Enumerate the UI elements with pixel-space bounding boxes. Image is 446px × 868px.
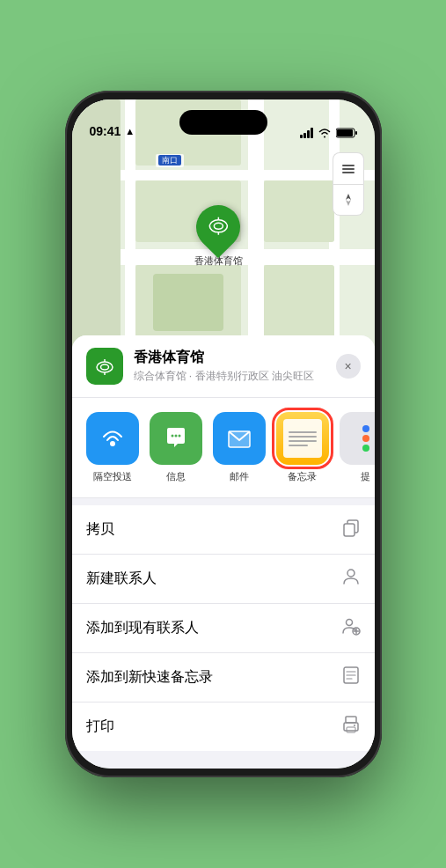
signal-bar-3 (307, 130, 310, 138)
add-note-label: 添加到新快速备忘录 (86, 668, 213, 687)
svg-point-14 (110, 441, 115, 446)
pin-stadium-icon (207, 214, 230, 241)
action-print[interactable]: 打印 (72, 702, 375, 751)
venue-name: 香港体育馆 (134, 349, 325, 367)
map-btn-group (333, 152, 364, 216)
label-badge: 南口 (158, 155, 181, 166)
map-label-south: 南口 (156, 154, 184, 167)
svg-rect-5 (342, 172, 355, 173)
action-add-note[interactable]: 添加到新快速备忘录 (72, 653, 375, 702)
pin-circle (187, 196, 250, 259)
svg-point-34 (354, 725, 355, 726)
venue-icon (86, 348, 123, 385)
person-add-icon (341, 616, 361, 640)
svg-point-22 (347, 570, 355, 577)
notes-label: 备忘录 (288, 470, 317, 483)
person-svg (341, 567, 361, 586)
print-svg (341, 715, 361, 734)
close-label: × (344, 359, 351, 373)
venue-info: 香港体育馆 综合体育馆 · 香港特别行政区 油尖旺区 (134, 349, 325, 384)
svg-point-16 (174, 435, 177, 438)
location-icon: ▲ (125, 126, 135, 136)
add-contact-label: 添加到现有联系人 (86, 619, 199, 637)
svg-rect-3 (342, 165, 355, 166)
wifi-icon (318, 128, 332, 138)
svg-point-10 (97, 362, 113, 372)
compass-icon (340, 192, 356, 208)
phone-frame: 09:41 ▲ (65, 91, 382, 777)
svg-point-23 (346, 620, 352, 626)
signal-icon (300, 128, 313, 138)
map-block-3 (264, 265, 334, 340)
map-block-stadium (135, 265, 241, 340)
signal-bar-2 (303, 133, 306, 138)
airdrop-label: 隔空投送 (93, 470, 132, 483)
close-button[interactable]: × (336, 354, 361, 379)
svg-rect-2 (355, 131, 357, 135)
notes-icon-wrap (276, 412, 329, 465)
signal-bar-4 (311, 128, 313, 138)
mail-icon (225, 424, 253, 452)
share-item-messages[interactable]: 信息 (150, 412, 202, 483)
messages-label: 信息 (166, 470, 186, 483)
phone-screen: 09:41 ▲ (72, 99, 375, 769)
dynamic-island (179, 110, 267, 135)
airdrop-icon (99, 424, 127, 452)
venue-header: 香港体育馆 综合体育馆 · 香港特别行政区 油尖旺区 × (72, 335, 375, 398)
share-item-more[interactable]: 提 (340, 412, 375, 483)
action-add-contact[interactable]: 添加到现有联系人 (72, 604, 375, 653)
location-pin: 香港体育馆 (194, 205, 243, 268)
svg-point-6 (209, 220, 227, 232)
share-item-airdrop[interactable]: 隔空投送 (86, 412, 139, 483)
messages-icon (162, 424, 190, 452)
airdrop-icon-wrap (86, 412, 139, 465)
svg-point-17 (178, 435, 180, 438)
status-time: 09:41 ▲ (90, 124, 135, 138)
copy-icon (341, 518, 361, 541)
svg-point-15 (171, 435, 173, 438)
svg-rect-31 (346, 717, 356, 723)
venue-stadium-icon (94, 356, 115, 377)
svg-rect-21 (344, 524, 355, 536)
person-add-svg (341, 616, 361, 636)
note-svg (341, 666, 361, 685)
copy-label: 拷贝 (86, 520, 114, 539)
new-contact-label: 新建联系人 (86, 570, 157, 588)
share-item-notes[interactable]: 备忘录 (276, 412, 329, 483)
note-icon (341, 666, 361, 689)
layers-icon (340, 161, 356, 177)
status-icons (300, 128, 357, 138)
action-new-contact[interactable]: 新建联系人 (72, 555, 375, 604)
svg-rect-4 (342, 168, 355, 170)
time-display: 09:41 (90, 124, 121, 138)
mail-label: 邮件 (230, 470, 249, 483)
stadium-svg (207, 214, 230, 237)
bottom-sheet: 香港体育馆 综合体育馆 · 香港特别行政区 油尖旺区 × (72, 335, 375, 769)
svg-point-11 (100, 364, 108, 370)
venue-description: 综合体育馆 · 香港特别行政区 油尖旺区 (134, 369, 325, 384)
messages-icon-wrap (150, 412, 202, 465)
share-item-mail[interactable]: 邮件 (213, 412, 266, 483)
svg-rect-33 (347, 727, 355, 732)
battery-icon (336, 128, 357, 138)
action-copy[interactable]: 拷贝 (72, 505, 375, 555)
layers-button[interactable] (333, 152, 364, 184)
more-icon-wrap (340, 412, 375, 465)
more-label: 提 (361, 470, 370, 483)
copy-svg (341, 518, 361, 537)
svg-rect-1 (337, 129, 353, 136)
map-block-2 (264, 180, 334, 242)
stadium-inner (153, 274, 223, 331)
signal-bar-1 (300, 135, 303, 138)
person-icon (341, 567, 361, 591)
print-label: 打印 (86, 717, 114, 736)
svg-point-7 (214, 223, 223, 229)
location-button[interactable] (333, 184, 364, 216)
share-row: 隔空投送 信息 (72, 398, 375, 498)
mail-icon-wrap (213, 412, 266, 465)
print-icon (341, 715, 361, 739)
action-list: 拷贝 新建联系人 (72, 505, 375, 751)
